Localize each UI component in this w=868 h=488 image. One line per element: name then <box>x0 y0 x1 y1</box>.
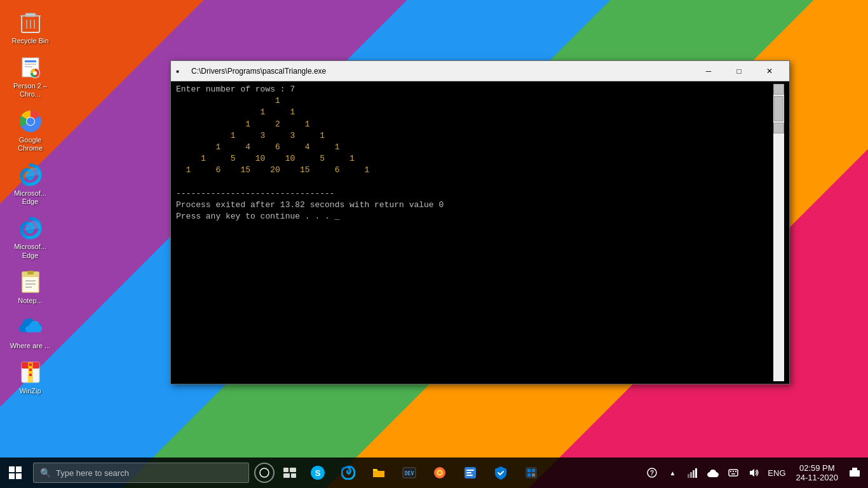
desktop-icon-recycle-bin[interactable]: Recycle Bin <box>6 6 54 48</box>
svg-rect-54 <box>532 469 535 472</box>
svg-rect-61 <box>693 470 695 478</box>
taskbar-files-button[interactable] <box>363 458 394 488</box>
svg-rect-69 <box>852 468 857 471</box>
svg-rect-27 <box>29 363 32 366</box>
desktop-icons: Recycle Bin <box>6 6 54 398</box>
ms-edge1-label: Microsof... Edge <box>10 189 51 206</box>
taskbar-edge-button[interactable] <box>333 458 363 488</box>
tray-chevron-button[interactable]: ▲ <box>662 458 682 488</box>
clock-time: 02:59 PM <box>799 463 835 473</box>
svg-rect-35 <box>16 473 22 479</box>
desktop-icon-google-chrome[interactable]: Google Chrome <box>6 105 54 156</box>
svg-rect-8 <box>25 64 36 65</box>
notification-center-button[interactable] <box>844 458 865 488</box>
svg-rect-29 <box>29 369 32 371</box>
svg-point-17 <box>27 118 34 125</box>
terminal-close-button[interactable]: ✕ <box>755 61 784 81</box>
svg-rect-33 <box>16 466 22 472</box>
taskbar-app3-button[interactable] <box>516 458 546 488</box>
svg-rect-52 <box>526 467 537 478</box>
winzip-icon <box>18 360 43 385</box>
search-icon: 🔍 <box>40 468 51 478</box>
svg-text:S: S <box>315 468 321 478</box>
terminal-scrollbar[interactable]: ▲ ▼ <box>773 84 784 381</box>
task-view-button[interactable] <box>277 458 302 488</box>
ms-edge2-icon <box>18 215 43 241</box>
start-button[interactable] <box>0 458 31 488</box>
svg-rect-55 <box>527 473 531 477</box>
desktop-icon-winzip[interactable]: WinZip <box>6 356 54 398</box>
svg-text:DEV: DEV <box>405 471 414 477</box>
taskbar: 🔍 Type here to search S <box>0 458 868 488</box>
svg-rect-67 <box>731 473 735 475</box>
svg-point-47 <box>438 471 441 474</box>
taskbar-security-button[interactable] <box>485 458 516 488</box>
cortana-button[interactable] <box>254 463 275 483</box>
svg-rect-56 <box>532 473 535 477</box>
desktop-icon-ms-edge1[interactable]: Microsof... Edge <box>6 159 54 209</box>
system-tray: ? ▲ <box>642 458 868 488</box>
language-indicator[interactable]: ENG <box>764 468 789 478</box>
svg-rect-32 <box>9 466 15 472</box>
clock-display[interactable]: 02:59 PM 24-11-2020 <box>790 458 845 488</box>
search-bar[interactable]: 🔍 Type here to search <box>33 463 249 483</box>
terminal-window[interactable]: ▪ C:\Drivers\Programs\pascalTriangle.exe… <box>170 60 790 384</box>
desktop-icon-notepad[interactable]: Notep... <box>6 266 54 308</box>
clock-date: 24-11-2020 <box>796 473 839 482</box>
svg-rect-23 <box>27 271 34 274</box>
search-placeholder: Type here to search <box>56 468 129 478</box>
svg-rect-64 <box>730 471 731 472</box>
svg-rect-60 <box>690 472 692 478</box>
svg-rect-28 <box>29 366 32 369</box>
terminal-output: Enter number of rows : 7 1 1 1 1 2 1 1 3… <box>176 84 773 381</box>
svg-rect-39 <box>283 473 290 478</box>
winzip-label: WinZip <box>19 387 41 395</box>
taskbar-dev-button[interactable]: DEV <box>394 458 424 488</box>
svg-rect-50 <box>466 472 471 473</box>
person2-chrome-label: Person 2 – Chro... <box>10 82 51 98</box>
recycle-bin-label: Recycle Bin <box>11 37 48 45</box>
scroll-thumb[interactable] <box>774 96 783 121</box>
tray-keyboard-icon[interactable] <box>723 458 743 488</box>
taskbar-skype-button[interactable]: S <box>302 458 333 488</box>
svg-rect-30 <box>29 371 32 374</box>
taskbar-app2-button[interactable] <box>455 458 485 488</box>
taskbar-app1-button[interactable] <box>424 458 455 488</box>
terminal-icon: ▪ <box>176 66 186 76</box>
notepad-icon <box>18 269 43 295</box>
tray-network-icon[interactable] <box>682 458 703 488</box>
terminal-minimize-button[interactable]: ─ <box>694 61 723 81</box>
svg-text:?: ? <box>650 470 654 477</box>
terminal-titlebar: ▪ C:\Drivers\Programs\pascalTriangle.exe… <box>171 61 789 81</box>
svg-rect-34 <box>9 473 15 479</box>
svg-rect-53 <box>527 469 531 472</box>
desktop-icon-onedrive[interactable]: Where are ... <box>6 311 54 353</box>
svg-rect-59 <box>688 474 689 478</box>
svg-rect-37 <box>283 468 288 472</box>
tray-help-button[interactable]: ? <box>642 458 662 488</box>
svg-rect-63 <box>729 470 738 476</box>
svg-rect-65 <box>733 471 734 472</box>
ms-edge2-label: Microsof... Edge <box>10 243 51 259</box>
desktop-icon-ms-edge2[interactable]: Microsof... Edge <box>6 212 54 262</box>
svg-rect-9 <box>25 66 32 67</box>
tray-volume-icon[interactable] <box>743 458 764 488</box>
scroll-down-arrow[interactable]: ▼ <box>773 123 784 133</box>
google-chrome-icon <box>18 109 43 134</box>
desktop-icon-person2-chrome[interactable]: Person 2 – Chro... <box>6 51 54 102</box>
google-chrome-label: Google Chrome <box>10 136 51 152</box>
onedrive-label: Where are ... <box>10 342 51 350</box>
terminal-window-controls: ─ □ ✕ <box>694 61 784 81</box>
svg-point-36 <box>260 468 269 477</box>
svg-rect-66 <box>735 471 736 472</box>
tray-cloud-icon[interactable] <box>703 458 723 488</box>
scroll-up-arrow[interactable]: ▲ <box>773 84 784 95</box>
terminal-maximize-button[interactable]: □ <box>724 61 754 81</box>
recycle-bin-icon <box>18 10 43 35</box>
desktop: Recycle Bin <box>0 0 868 488</box>
terminal-title: C:\Drivers\Programs\pascalTriangle.exe <box>191 67 694 76</box>
svg-rect-40 <box>291 473 296 478</box>
ms-edge1-icon <box>18 162 43 187</box>
person2-chrome-icon <box>18 55 43 80</box>
notepad-label: Notep... <box>18 297 43 305</box>
